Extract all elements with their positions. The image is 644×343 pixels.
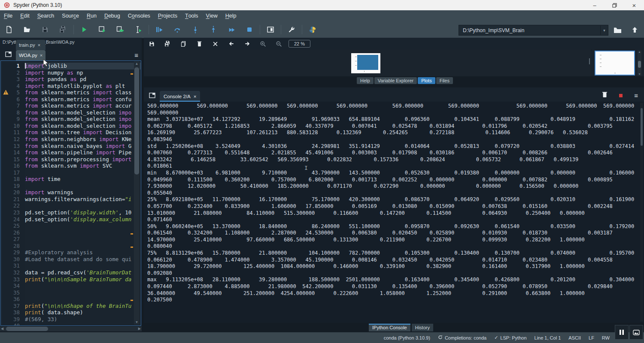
code-line-31[interactable]: 31 [1,262,141,269]
minimize-button[interactable]: – [585,0,605,10]
run-cell-button[interactable] [93,23,111,36]
code-line-12[interactable]: 12from sklearn.neighbors import KNe [1,136,141,143]
step-over-button[interactable] [168,23,186,36]
save-plot-button[interactable] [144,39,160,49]
browse-tabs-icon[interactable] [146,90,158,101]
remove-console-icon[interactable] [602,91,608,99]
code-line-26[interactable]: 26 [1,229,141,236]
parent-directory-button[interactable] [629,24,640,36]
code-line-21[interactable]: 21warnings.filterwarnings(action="i [1,196,141,203]
run-file-button[interactable] [75,23,93,36]
code-line-19[interactable]: 19 [1,183,141,190]
browse-tabs-icon[interactable] [3,48,14,60]
scroll-up-icon[interactable]: ▲ [134,62,140,66]
code-line-4[interactable]: 4import matplotlib.pyplot as plt [1,83,141,90]
menu-projects[interactable]: Projects [154,10,181,21]
python-env-button[interactable] [304,23,322,36]
code-line-27[interactable]: 27 [1,236,141,243]
editor-vscroll-handle[interactable] [134,67,139,175]
stop-debugging-button[interactable] [240,23,258,36]
menu-debug[interactable]: Debug [100,10,124,21]
close-icon[interactable]: × [40,53,43,58]
run-selection-button[interactable] [129,23,147,36]
code-line-5[interactable]: 5from sklearn.metrics import class [1,89,141,96]
pause-button[interactable] [615,325,629,340]
code-line-28[interactable]: 28 [1,243,141,250]
tab-history[interactable]: History [412,324,433,331]
console-scrollbar[interactable] [640,103,643,322]
plots-list-scrollbar[interactable]: ▲ ▼ [638,51,641,75]
save-all-plots-button[interactable] [160,39,176,49]
scroll-left-icon[interactable]: ◀ [1,327,3,331]
menu-run[interactable]: Run [83,10,100,21]
menu-search[interactable]: Search [33,10,58,21]
editor-horizontal-scrollbar[interactable]: ◀ ▶ [0,326,142,331]
code-line-7[interactable]: 7from sklearn.metrics import accur [1,102,141,109]
new-file-button[interactable] [0,23,18,36]
menu-edit[interactable]: Edit [16,10,33,21]
open-file-button[interactable] [18,23,36,36]
selected-plot-thumbnail[interactable] [595,51,635,75]
console-scroll-handle[interactable] [641,108,643,146]
code-line-3[interactable]: 3import pandas as pd [1,76,141,83]
editor-tab-train.py[interactable]: train.py× [16,40,46,50]
tab-help[interactable]: Help [357,77,374,84]
code-line-35[interactable]: 35 [1,289,141,296]
working-directory-combobox[interactable]: D:\Python_Imp\SVM_Brain ▾ [459,25,608,36]
close-icon[interactable]: × [194,94,197,99]
code-line-16[interactable]: 16from sklearn.svm import SVC [1,162,141,169]
editor-options-menu-icon[interactable]: ≡ [134,51,138,59]
code-line-25[interactable]: 25 [1,223,141,229]
chevron-down-icon[interactable]: ▾ [600,26,608,35]
code-line-17[interactable]: 17 [1,169,141,176]
code-line-20[interactable]: 20import warnings [1,189,141,196]
tab-ipython-console[interactable]: IPython Console [369,324,410,331]
editor-vertical-scrollbar[interactable]: ▲ ▼ [134,61,140,325]
code-line-33[interactable]: 33print("\n\n\nSample BrainTumor da [1,276,141,283]
image-button[interactable] [629,325,643,340]
code-line-23[interactable]: 23pd.set_option('display.width', 10 [1,209,141,216]
code-line-13[interactable]: 13from sklearn.naive_bayes import G [1,143,141,150]
editor-hscroll-handle[interactable] [6,327,48,331]
code-line-32[interactable]: 32data = pd.read_csv('BrainTumorDat [1,269,141,276]
previous-plot-button[interactable] [223,39,239,49]
code-line-39[interactable]: 39#(569, 33) [1,316,141,323]
code-line-40[interactable]: 40 [1,322,141,326]
code-line-22[interactable]: 22 [1,202,141,209]
scroll-down-icon[interactable]: ▼ [134,320,140,324]
continue-execution-button[interactable] [222,23,240,36]
debug-file-button[interactable] [150,23,168,36]
code-line-15[interactable]: 15from sklearn.preprocessing import [1,156,141,163]
next-plot-button[interactable] [239,39,255,49]
scroll-up-icon[interactable]: ▲ [638,51,641,53]
code-line-29[interactable]: 29#Exploratory analysis [1,249,141,256]
plot-thumbnail[interactable] [351,53,380,73]
console-output[interactable]: 569.000000 569.000000 569.000000 569.000… [144,102,644,323]
preferences-button[interactable] [283,23,301,36]
plots-list-scroll-handle[interactable] [638,61,641,68]
code-editor[interactable]: 1import joblib2import numpy as np3import… [0,60,141,326]
code-line-38[interactable]: 38print( data.shape) [1,309,141,316]
menu-source[interactable]: Source [58,10,83,21]
close-icon[interactable]: × [38,42,40,48]
menu-view[interactable]: View [202,10,222,21]
code-line-36[interactable]: 36 [1,296,141,303]
code-line-2[interactable]: 2import numpy as np [1,69,141,76]
console-tab[interactable]: Console 2/A × [160,91,200,102]
scroll-down-icon[interactable]: ▼ [638,73,641,75]
code-line-10[interactable]: 10from sklearn.model_selection impo [1,123,141,129]
restore-button[interactable] [605,0,624,10]
plots-splitter-handle[interactable] [589,58,590,64]
code-line-37[interactable]: 37print("\n\n\nShape of the BrainTu [1,303,141,310]
tab-files[interactable]: Files [436,77,453,84]
remove-plot-button[interactable] [191,39,207,49]
close-button[interactable]: × [624,0,644,10]
menu-consoles[interactable]: Consoles [124,10,154,21]
code-line-1[interactable]: 1import joblib [1,63,141,69]
code-line-6[interactable]: 6from sklearn.metrics import confu [1,96,141,103]
code-line-34[interactable]: 34 [1,283,141,289]
code-line-14[interactable]: 14from sklearn.pipeline import Pipe [1,149,141,156]
menu-file[interactable]: File [0,10,16,21]
code-line-24[interactable]: 24pd.set_option('display.max_column [1,216,141,223]
tab-variable-explorer[interactable]: Variable Explorer [374,77,417,84]
